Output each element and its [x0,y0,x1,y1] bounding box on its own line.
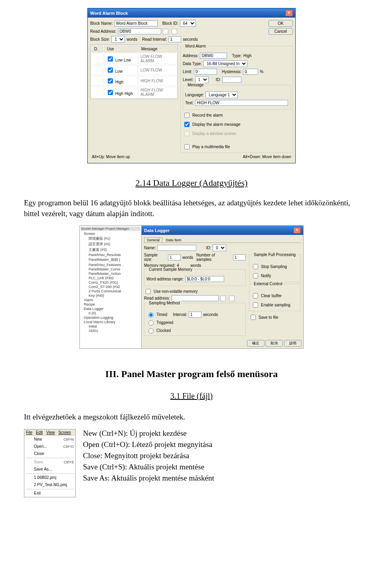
menu-item[interactable]: Open...Ctrl+O [24,443,75,450]
save-checkbox[interactable] [251,315,256,320]
tree-node[interactable]: Alarm [81,298,140,302]
num-samples-input[interactable] [233,254,246,260]
tree-node[interactable]: Key (#40) [81,294,140,298]
use-checkbox[interactable] [108,68,113,73]
tree-node[interactable]: Operation Logging [81,316,140,320]
tree-node[interactable]: 閉領畫面 (#1) [81,236,140,242]
dl-id-select[interactable]: 0 [213,244,226,251]
tree-node[interactable]: PanelVisu_Features [81,263,140,267]
tree-node[interactable]: Com2_S7-200 (#32 [81,285,140,289]
sample-size-input[interactable] [168,254,181,260]
nonvol-label: Use non-volatile memory [154,289,198,294]
tab-general[interactable]: General [144,237,162,242]
read-address-input[interactable] [118,28,161,34]
tree-node[interactable]: PanelMaster_按鈕 ( [81,257,140,263]
cancel-button[interactable]: Cancel [268,28,293,35]
block-size-select[interactable]: 1 [111,36,125,43]
dl-cancel-button[interactable]: 取消 [265,340,283,347]
menubar-edit[interactable]: Edit [36,430,43,435]
play-mm-checkbox[interactable] [184,144,190,149]
ok-button[interactable]: OK [268,20,293,27]
tree-node[interactable]: PLC_Link (#30) [81,276,140,280]
clear-checkbox[interactable] [253,293,258,298]
close-icon[interactable]: × [293,227,301,234]
tree-node[interactable]: Screen [81,232,140,236]
table-row[interactable]: High HighHIGH FLOW ALARM [91,87,177,98]
war-input[interactable] [185,276,224,282]
tree-node[interactable]: Local Macro Library [81,320,140,324]
browse-icon[interactable] [229,296,235,301]
record-checkbox[interactable] [184,113,190,118]
timed-label: Timed [156,312,167,317]
menubar-file[interactable]: File [26,430,32,435]
subsection-title: 3.1 File (fájl) [24,391,359,401]
tree-node[interactable]: PanelMaster_Curve [81,267,140,272]
menu-item[interactable]: SaveCtrl+S [24,459,75,466]
menu-item[interactable]: 2 PV_Test-NG.pmj [24,481,75,489]
menu-label: Exit [34,491,74,495]
menu-item[interactable]: 1 06B02.pmj [24,474,75,481]
datatype-select[interactable]: 16-Bit Unsigned Int [203,60,247,67]
menu-item[interactable]: NewCtrl+N [24,436,75,443]
use-checkbox[interactable] [108,78,113,83]
keypad-icon[interactable] [163,29,168,34]
menubar-view[interactable]: View [46,430,55,435]
dl-name-input[interactable] [157,245,196,251]
tree-tabs[interactable]: Screen Manager Project Manager [81,226,140,231]
browse-icon[interactable] [172,29,177,34]
tree-node[interactable]: 2 Ports Communicat [81,289,140,294]
desc-open: Open (Ctrl+O): Létező projekt megnyitása [83,440,214,449]
menu-shortcut: Ctrl+S [64,460,74,464]
project-tree: Screen Manager Project Manager Screen 閉領… [80,226,142,348]
stop-checkbox[interactable] [253,264,258,269]
hyst-input[interactable] [243,69,258,75]
limit-input[interactable] [194,69,217,75]
datatype-label: Data Type: [183,62,202,66]
tree-node[interactable]: ADD1 [81,329,140,333]
tree-node[interactable]: PanelVisu_Resolute [81,253,140,257]
tab-data-item[interactable]: Data Item [164,238,184,242]
read-interval-input[interactable] [168,36,181,42]
tree-node[interactable]: 主畫面 (#3) [81,247,140,253]
table-row[interactable]: HighHIGH FLOW [91,76,177,86]
id-label: ID: [216,77,221,82]
tree-node[interactable]: Recipe [81,302,140,307]
dl-help-button[interactable]: 說明 [284,340,302,347]
menu-item[interactable]: Exit [24,490,75,497]
tree-node[interactable]: 0 (0) [81,311,140,316]
nonvol-checkbox[interactable] [146,289,151,294]
tree-node[interactable]: PanelMaster_Action [81,272,140,276]
menu-item[interactable]: Save As... [24,466,75,473]
tree-node[interactable]: 語言選擇 (#2) [81,242,140,247]
notify-checkbox[interactable] [253,273,258,278]
enable-checkbox[interactable] [253,302,258,308]
triggered-radio[interactable] [148,320,154,326]
language-select[interactable]: Language 1 [205,91,238,98]
menu-label: 1 06B02.pmj [34,475,74,480]
tree-node[interactable]: Data Logger [81,307,140,311]
tree-node[interactable]: Com1_FX2n (#31) [81,280,140,285]
dl-readaddr-input[interactable] [172,295,219,301]
dl-ok-button[interactable]: 確定 [247,340,265,347]
menu-item[interactable]: Close [24,450,75,457]
level-select[interactable]: 1 [195,76,209,83]
use-checkbox[interactable] [108,90,113,95]
menubar-screen[interactable]: Screen [58,430,71,435]
tree-node[interactable]: Initial [81,324,140,329]
timed-radio[interactable] [148,312,154,318]
block-name-input[interactable] [115,20,158,26]
table-row[interactable]: LowLOW FLOW [91,65,177,75]
table-row[interactable]: Low LowLOW FLOW ALARM [91,53,177,64]
use-checkbox[interactable] [108,56,113,62]
id-input[interactable] [222,77,241,83]
display-msg-checkbox[interactable] [184,122,190,127]
close-icon[interactable]: × [285,10,293,16]
block-id-select[interactable]: 64 [180,20,196,27]
menu-label: Close [34,451,74,456]
clocked-radio[interactable] [148,328,154,334]
keypad-icon[interactable] [220,296,226,301]
text-input[interactable] [195,100,288,106]
interval-input[interactable] [189,312,201,318]
col-msg: Message [138,46,177,52]
address-input[interactable] [200,53,227,59]
